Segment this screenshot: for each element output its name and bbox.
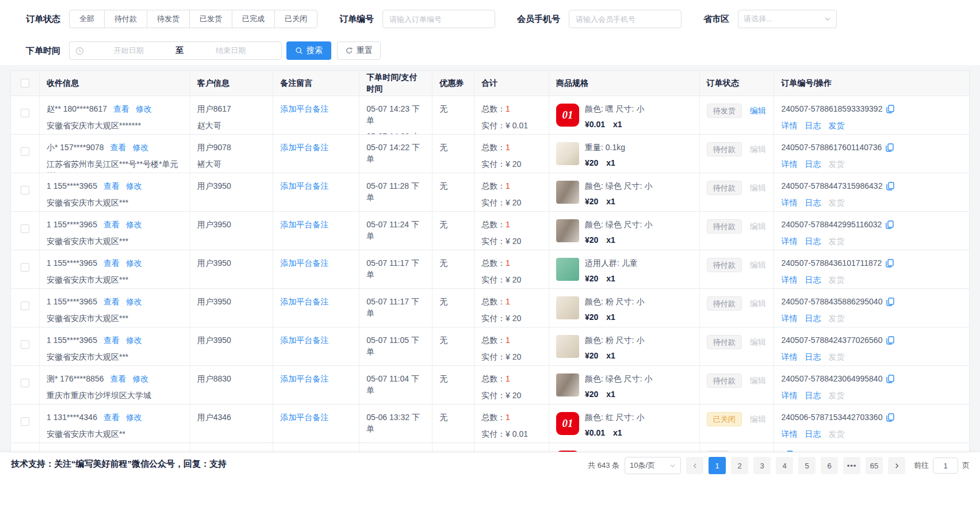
- status-option-done[interactable]: 已完成: [232, 10, 275, 28]
- page-size-select[interactable]: 10条/页: [625, 457, 681, 474]
- row-checkbox[interactable]: [21, 417, 29, 426]
- ship-link[interactable]: 发货: [828, 429, 844, 440]
- view-receiver-link[interactable]: 查看: [104, 335, 120, 345]
- view-receiver-link[interactable]: 查看: [104, 258, 120, 268]
- detail-link[interactable]: 详情: [781, 120, 797, 132]
- edit-order-link[interactable]: 编辑: [750, 299, 766, 308]
- edit-order-link[interactable]: 编辑: [750, 183, 766, 192]
- row-checkbox[interactable]: [21, 186, 29, 195]
- detail-link[interactable]: 详情: [781, 352, 797, 363]
- edit-order-link[interactable]: 编辑: [750, 222, 766, 231]
- ship-link[interactable]: 发货: [828, 274, 844, 286]
- log-link[interactable]: 日志: [805, 274, 821, 286]
- status-option-unpaid[interactable]: 待付款: [104, 10, 147, 28]
- edit-order-link[interactable]: 编辑: [750, 260, 766, 269]
- view-receiver-link[interactable]: 查看: [104, 297, 120, 306]
- view-receiver-link[interactable]: 查看: [104, 220, 120, 229]
- page-button-3[interactable]: 3: [753, 457, 771, 474]
- ship-link[interactable]: 发货: [828, 236, 844, 247]
- add-platform-note-link[interactable]: 添加平台备注: [280, 220, 328, 229]
- page-button-5[interactable]: 5: [798, 457, 816, 474]
- add-platform-note-link[interactable]: 添加平台备注: [280, 335, 328, 345]
- next-page-button[interactable]: [888, 457, 905, 474]
- page-button-2[interactable]: 2: [731, 457, 748, 474]
- ship-link[interactable]: 发货: [828, 197, 844, 209]
- copy-icon[interactable]: [886, 220, 894, 229]
- goto-page-input[interactable]: [933, 457, 958, 474]
- add-platform-note-link[interactable]: 添加平台备注: [280, 181, 328, 190]
- modify-receiver-link[interactable]: 修改: [133, 143, 149, 152]
- copy-icon[interactable]: [886, 413, 894, 422]
- log-link[interactable]: 日志: [805, 390, 821, 402]
- date-range-picker[interactable]: 开始日期 至 结束日期: [69, 41, 282, 60]
- order-no-input[interactable]: [382, 10, 495, 28]
- ship-link[interactable]: 发货: [828, 352, 844, 363]
- detail-link[interactable]: 详情: [781, 159, 797, 170]
- view-receiver-link[interactable]: 查看: [110, 374, 127, 383]
- page-ellipsis[interactable]: •••: [843, 457, 860, 474]
- modify-receiver-link[interactable]: 修改: [126, 258, 142, 268]
- add-platform-note-link[interactable]: 添加平台备注: [280, 374, 328, 383]
- edit-order-link[interactable]: 编辑: [750, 144, 766, 154]
- copy-icon[interactable]: [886, 105, 894, 113]
- copy-icon[interactable]: [886, 182, 894, 190]
- row-checkbox[interactable]: [21, 109, 29, 117]
- ship-link[interactable]: 发货: [828, 390, 844, 402]
- detail-link[interactable]: 详情: [781, 390, 797, 402]
- status-option-all[interactable]: 全部: [69, 10, 105, 28]
- log-link[interactable]: 日志: [805, 236, 821, 247]
- ship-link[interactable]: 发货: [828, 313, 844, 325]
- edit-order-link[interactable]: 编辑: [750, 376, 766, 385]
- status-option-closed[interactable]: 已关闭: [274, 10, 317, 28]
- view-receiver-link[interactable]: 查看: [113, 104, 129, 113]
- view-receiver-link[interactable]: 查看: [104, 181, 120, 190]
- modify-receiver-link[interactable]: 修改: [126, 181, 142, 190]
- view-receiver-link[interactable]: 查看: [104, 413, 120, 422]
- row-checkbox[interactable]: [21, 224, 29, 233]
- detail-link[interactable]: 详情: [781, 197, 797, 209]
- add-platform-note-link[interactable]: 添加平台备注: [280, 413, 328, 422]
- page-button-6[interactable]: 6: [821, 457, 838, 474]
- ship-link[interactable]: 发货: [828, 120, 844, 132]
- modify-receiver-link[interactable]: 修改: [126, 220, 142, 229]
- page-button-1[interactable]: 1: [709, 457, 726, 474]
- status-option-toship[interactable]: 待发货: [147, 10, 190, 28]
- detail-link[interactable]: 详情: [781, 236, 797, 247]
- select-all-checkbox[interactable]: [21, 79, 29, 87]
- row-checkbox[interactable]: [21, 302, 29, 310]
- prev-page-button[interactable]: [686, 457, 703, 474]
- copy-icon[interactable]: [886, 336, 894, 345]
- row-checkbox[interactable]: [21, 379, 29, 387]
- copy-icon[interactable]: [886, 375, 894, 383]
- detail-link[interactable]: 详情: [781, 274, 797, 286]
- add-platform-note-link[interactable]: 添加平台备注: [280, 104, 328, 113]
- log-link[interactable]: 日志: [805, 352, 821, 363]
- reset-button[interactable]: 重置: [337, 41, 381, 60]
- add-platform-note-link[interactable]: 添加平台备注: [280, 297, 328, 306]
- edit-order-link[interactable]: 编辑: [750, 106, 766, 115]
- log-link[interactable]: 日志: [805, 159, 821, 170]
- log-link[interactable]: 日志: [805, 313, 821, 325]
- row-checkbox[interactable]: [21, 147, 29, 156]
- log-link[interactable]: 日志: [805, 197, 821, 209]
- copy-icon[interactable]: [886, 298, 894, 306]
- edit-order-link[interactable]: 编辑: [750, 337, 766, 346]
- status-option-shipped[interactable]: 已发货: [189, 10, 232, 28]
- row-checkbox[interactable]: [21, 340, 29, 349]
- log-link[interactable]: 日志: [805, 120, 821, 132]
- copy-icon[interactable]: [886, 143, 894, 152]
- member-phone-input[interactable]: [569, 10, 682, 28]
- edit-order-link[interactable]: 编辑: [750, 414, 766, 424]
- modify-receiver-link[interactable]: 修改: [136, 104, 152, 113]
- log-link[interactable]: 日志: [805, 429, 821, 440]
- row-checkbox[interactable]: [21, 263, 29, 272]
- page-button-4[interactable]: 4: [776, 457, 793, 474]
- view-receiver-link[interactable]: 查看: [110, 143, 127, 152]
- region-select[interactable]: 请选择...: [738, 10, 837, 28]
- modify-receiver-link[interactable]: 修改: [126, 413, 142, 422]
- copy-icon[interactable]: [886, 259, 894, 268]
- detail-link[interactable]: 详情: [781, 313, 797, 325]
- add-platform-note-link[interactable]: 添加平台备注: [280, 143, 328, 152]
- detail-link[interactable]: 详情: [781, 429, 797, 440]
- modify-receiver-link[interactable]: 修改: [126, 297, 142, 306]
